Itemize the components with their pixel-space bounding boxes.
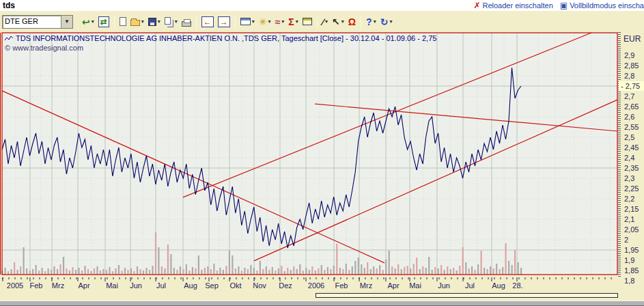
y-axis-label: 2,7	[624, 92, 634, 100]
volume-bar	[244, 268, 245, 275]
reload-data-button[interactable]: ⇄	[96, 14, 111, 29]
price-chart-svg[interactable]	[0, 32, 618, 277]
y-axis-label: 2,05	[624, 225, 639, 234]
chart-scrollbar[interactable]	[0, 291, 644, 301]
chart-type-button[interactable]: ▾	[238, 14, 257, 29]
volume-bar	[96, 266, 98, 275]
chevron-down-icon: ▾	[296, 18, 298, 25]
volume-bar	[432, 270, 433, 275]
volume-bar	[514, 250, 516, 275]
chevron-down-icon: ▾	[389, 18, 392, 25]
volume-bar	[112, 271, 113, 275]
volume-bar	[48, 268, 49, 275]
x-axis-label: Mai	[106, 281, 118, 290]
draw-line-icon: ∕	[322, 15, 324, 29]
plot-background	[2, 33, 617, 275]
volume-bar	[462, 247, 464, 275]
undo-icon: ↩	[82, 15, 90, 29]
volume-bar	[287, 268, 288, 275]
toolbar: DTE GER ▼ ↩▾⇄▾▾▾←→▾✳▾≈▾Σ▾∕▾↖▾Ω?▾↻▾	[0, 11, 644, 32]
volume-bar	[90, 271, 92, 275]
chevron-down-icon: ▾	[158, 18, 160, 25]
volume-bar	[204, 268, 206, 275]
top-links: ✗Reloader einschalten▣Vollbildmodus eins…	[473, 1, 644, 10]
volume-bar	[247, 269, 249, 275]
volume-bar	[465, 262, 466, 275]
volume-bar	[84, 266, 85, 275]
copy-icon	[165, 17, 171, 25]
statistics-button[interactable]: Σ▾	[286, 14, 300, 29]
volume-bar	[471, 266, 473, 275]
volume-bar	[109, 267, 110, 275]
y-axis-unit: EUR	[624, 34, 641, 44]
print-button[interactable]	[180, 14, 193, 29]
chart-title: TDS INFORMATIONSTECHNOLOGIE AG INHABER-A…	[16, 34, 436, 42]
undo-button[interactable]: ↩▾	[80, 14, 96, 29]
volume-bar	[133, 271, 135, 275]
help-button[interactable]: ?▾	[364, 14, 378, 29]
volume-bar	[348, 270, 350, 275]
volume-bar	[137, 266, 138, 275]
chevron-down-icon[interactable]: ▼	[61, 16, 72, 28]
back-button[interactable]: ←	[199, 14, 216, 29]
volume-bar	[223, 270, 224, 275]
toolbar-separator	[114, 15, 115, 29]
pointer-button[interactable]: ↖▾	[330, 14, 346, 29]
properties-button[interactable]	[300, 14, 314, 29]
fullscreen-link[interactable]: ▣Vollbildmodus einscha	[560, 1, 644, 10]
magnet-icon: Ω	[348, 15, 356, 29]
volume-bar	[389, 251, 390, 275]
volume-bar	[309, 270, 310, 275]
volume-bar	[311, 266, 313, 275]
volume-bar	[410, 268, 411, 275]
volume-bar	[512, 265, 513, 275]
volume-bar	[364, 268, 365, 275]
top-strip: tds ✗Reloader einschalten▣Vollbildmodus …	[0, 0, 644, 11]
save-button[interactable]: ▾	[146, 14, 163, 29]
copy-button[interactable]: ▾	[163, 14, 180, 29]
volume-bar	[100, 270, 101, 275]
volume-bar	[8, 271, 9, 275]
volume-bar	[143, 270, 144, 275]
volume-bar	[416, 258, 417, 275]
last-price-label: - 2,75	[621, 82, 640, 90]
chart-scrollbar-thumb[interactable]	[316, 293, 618, 298]
symbol-select[interactable]: DTE GER ▼	[2, 15, 73, 29]
volume-bar	[207, 266, 208, 275]
y-axis-label: 2	[624, 236, 628, 244]
new-document-button[interactable]	[117, 14, 128, 29]
volume-bar	[72, 267, 73, 275]
volume-bar	[57, 269, 58, 275]
y-axis-label: 2,1	[624, 215, 634, 223]
chevron-down-icon: ▾	[252, 18, 255, 25]
insert-indicator-button[interactable]: ✳▾	[257, 14, 273, 29]
magnet-button[interactable]: Ω	[346, 14, 358, 29]
volume-bar	[167, 245, 169, 275]
chart-style-button[interactable]: ≈▾	[273, 14, 287, 29]
chevron-down-icon: ▾	[175, 18, 178, 25]
volume-bar	[44, 271, 46, 275]
chevron-down-icon: ▾	[141, 18, 144, 25]
chevron-down-icon: ▾	[281, 18, 284, 25]
volume-bar	[385, 260, 387, 275]
volume-bar	[161, 266, 163, 275]
reloader-link[interactable]: ✗Reloader einschalten	[473, 1, 552, 10]
volume-bar	[496, 264, 497, 275]
x-axis: 2005FebMrzAprMaiJunJulAugSepOktNovDez200…	[0, 276, 618, 291]
draw-line-button[interactable]: ∕▾	[320, 14, 330, 29]
forward-button[interactable]: →	[216, 14, 232, 29]
print-icon	[182, 21, 191, 27]
volume-bar	[130, 268, 132, 275]
symbol-select-value: DTE GER	[3, 16, 61, 28]
open-folder-button[interactable]: ▾	[128, 14, 146, 29]
volume-bar	[370, 269, 372, 275]
y-axis-label: 2,85	[624, 61, 639, 70]
refresh-button[interactable]: ↻▾	[378, 14, 395, 29]
y-axis-label: 2,4	[624, 154, 634, 162]
pointer-cursor-icon: ↖	[332, 15, 340, 29]
y-axis-label: 2,2	[624, 195, 634, 203]
volume-bar	[324, 270, 325, 275]
volume-bar	[484, 268, 485, 275]
volume-bar	[173, 268, 175, 275]
volume-bar	[367, 262, 368, 275]
